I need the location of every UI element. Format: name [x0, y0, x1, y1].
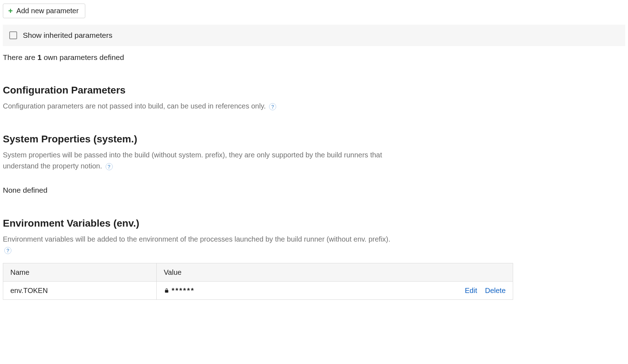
environment-variables-table: Name Value env.TOKEN ****** [3, 263, 513, 300]
add-new-parameter-button[interactable]: + Add new parameter [3, 4, 85, 18]
environment-variables-title: Environment Variables (env.) [3, 216, 625, 231]
summary-suffix: own parameters defined [42, 53, 124, 61]
help-icon[interactable]: ? [269, 103, 276, 110]
system-properties-title: System Properties (system.) [3, 132, 625, 147]
table-row: env.TOKEN ****** Edit Delete [3, 281, 513, 299]
configuration-parameters-desc: Configuration parameters are not passed … [3, 101, 395, 112]
help-icon[interactable]: ? [4, 247, 11, 254]
env-table-header-name: Name [3, 263, 157, 281]
add-button-label: Add new parameter [16, 7, 79, 15]
environment-variables-desc: Environment variables will be added to t… [3, 234, 395, 256]
help-icon[interactable]: ? [106, 163, 113, 170]
summary-count: 1 [37, 53, 42, 61]
env-row-name: env.TOKEN [3, 281, 157, 299]
delete-link[interactable]: Delete [485, 285, 506, 296]
own-parameters-summary: There are 1 own parameters defined [3, 52, 625, 63]
system-properties-desc: System properties will be passed into th… [3, 150, 395, 172]
summary-prefix: There are [3, 53, 37, 61]
show-inherited-bar: Show inherited parameters [3, 25, 625, 46]
system-properties-none: None defined [3, 184, 625, 196]
env-table-header-value: Value [157, 263, 513, 281]
show-inherited-checkbox[interactable] [9, 31, 17, 39]
lock-icon [164, 288, 169, 293]
plus-icon: + [8, 7, 13, 15]
env-row-value: ****** [172, 285, 195, 296]
edit-link[interactable]: Edit [465, 285, 477, 296]
env-row-value-cell: ****** Edit Delete [157, 281, 513, 299]
configuration-parameters-title: Configuration Parameters [3, 83, 625, 98]
configuration-parameters-section: Configuration Parameters Configuration p… [3, 83, 625, 112]
environment-variables-section: Environment Variables (env.) Environment… [3, 216, 625, 300]
system-properties-section: System Properties (system.) System prope… [3, 132, 625, 196]
show-inherited-label[interactable]: Show inherited parameters [23, 30, 112, 41]
